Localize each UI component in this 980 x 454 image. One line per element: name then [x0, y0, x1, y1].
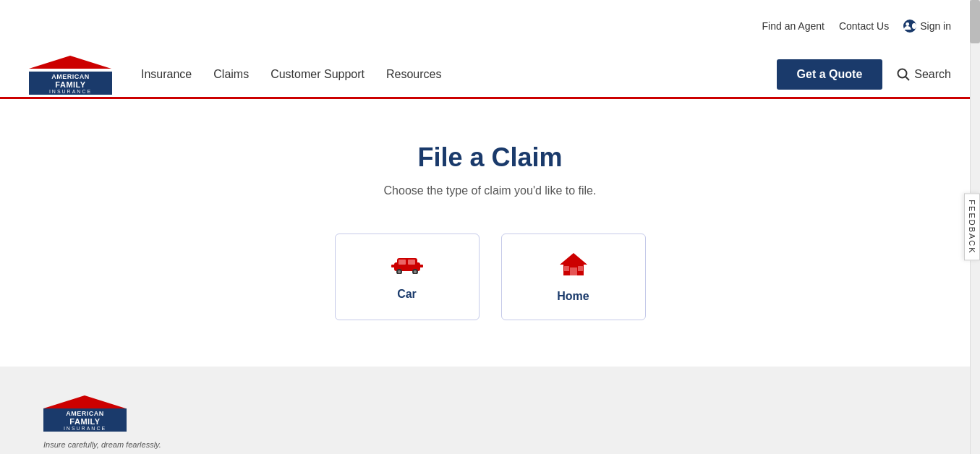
- svg-rect-11: [391, 265, 396, 267]
- nav-customer-support[interactable]: Customer Support: [270, 53, 365, 95]
- claim-card-car[interactable]: Car: [335, 234, 480, 320]
- feedback-tab-container: FEEDBACK: [964, 193, 980, 260]
- site-logo: AMERICAN FAMILY INSURANCE: [29, 56, 112, 93]
- top-bar: Find an Agent Contact Us Sign in: [0, 0, 980, 52]
- search-link[interactable]: Search: [897, 68, 951, 81]
- main-nav: AMERICAN FAMILY INSURANCE Insurance Clai…: [0, 52, 980, 99]
- svg-point-8: [398, 270, 401, 273]
- svg-rect-17: [578, 266, 583, 271]
- svg-point-0: [906, 22, 909, 26]
- search-label: Search: [914, 68, 951, 81]
- car-icon: [391, 254, 423, 279]
- nav-claims[interactable]: Claims: [213, 53, 249, 95]
- svg-marker-13: [560, 253, 587, 265]
- svg-point-10: [414, 270, 417, 273]
- footer-logo-box: AMERICAN FAMILY INSURANCE: [43, 395, 127, 432]
- page-subtitle: Choose the type of claim you'd like to f…: [384, 184, 597, 197]
- scroll-thumb[interactable]: [970, 0, 980, 43]
- nav-actions: Get a Quote Search: [777, 59, 951, 90]
- main-content: File a Claim Choose the type of claim yo…: [0, 99, 980, 367]
- svg-rect-16: [564, 266, 569, 271]
- page-title: File a Claim: [417, 142, 562, 173]
- footer-tagline: Insure carefully, dream fearlessly.: [43, 440, 937, 449]
- feedback-tab[interactable]: FEEDBACK: [964, 193, 980, 260]
- footer: AMERICAN FAMILY INSURANCE Insure careful…: [0, 367, 980, 454]
- find-agent-link[interactable]: Find an Agent: [762, 6, 825, 46]
- car-card-label: Car: [397, 288, 417, 301]
- home-card-label: Home: [557, 290, 589, 303]
- sign-in-link[interactable]: Sign in: [903, 20, 951, 33]
- feedback-label: FEEDBACK: [968, 200, 976, 254]
- svg-line-2: [906, 77, 909, 80]
- svg-rect-12: [419, 265, 423, 267]
- footer-logo: AMERICAN FAMILY INSURANCE Insure careful…: [43, 395, 937, 449]
- svg-rect-15: [570, 267, 577, 275]
- get-quote-button[interactable]: Get a Quote: [777, 59, 883, 90]
- claim-options: Car Home: [335, 234, 646, 320]
- nav-insurance[interactable]: Insurance: [141, 53, 192, 95]
- svg-point-1: [898, 69, 907, 78]
- sign-in-label: Sign in: [920, 20, 951, 32]
- contact-us-link[interactable]: Contact Us: [839, 6, 889, 46]
- logo-area[interactable]: AMERICAN FAMILY INSURANCE: [29, 56, 112, 93]
- nav-links: Insurance Claims Customer Support Resour…: [141, 53, 777, 95]
- svg-rect-5: [399, 260, 406, 265]
- search-icon: [897, 68, 910, 81]
- user-icon: [903, 20, 916, 33]
- nav-resources[interactable]: Resources: [386, 53, 441, 95]
- svg-rect-6: [408, 260, 415, 265]
- home-icon: [560, 252, 587, 281]
- claim-card-home[interactable]: Home: [501, 234, 646, 320]
